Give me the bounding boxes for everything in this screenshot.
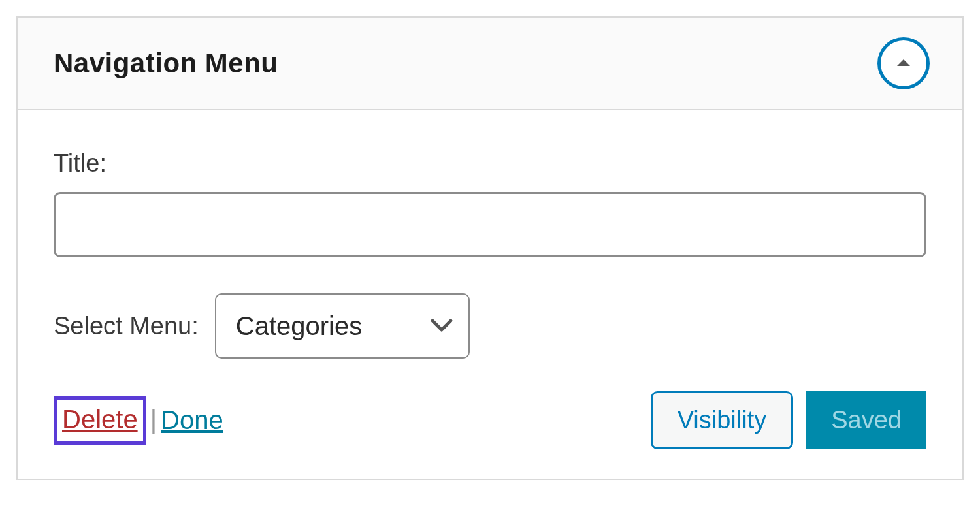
widget-footer: Delete | Done Visibility Saved: [54, 391, 926, 449]
title-input[interactable]: [54, 192, 926, 257]
navigation-menu-widget: Navigation Menu Title: Select Menu: Cate…: [16, 16, 964, 480]
footer-right-actions: Visibility Saved: [651, 391, 926, 449]
done-link[interactable]: Done: [161, 406, 223, 435]
widget-title: Navigation Menu: [54, 48, 278, 79]
select-menu-label: Select Menu:: [54, 312, 199, 340]
saved-button[interactable]: Saved: [806, 391, 926, 449]
title-label: Title:: [54, 150, 926, 178]
chevron-up-icon: [896, 57, 911, 71]
select-menu-dropdown[interactable]: Categories: [215, 293, 470, 359]
select-menu-value: Categories: [236, 312, 362, 341]
separator: |: [150, 406, 157, 435]
delete-link[interactable]: Delete: [54, 396, 146, 445]
collapse-button[interactable]: [877, 37, 930, 89]
widget-body: Title: Select Menu: Categories Delete | …: [18, 110, 962, 479]
select-menu-row: Select Menu: Categories: [54, 293, 926, 359]
select-menu-wrapper: Categories: [215, 293, 470, 359]
visibility-button[interactable]: Visibility: [651, 391, 794, 449]
widget-header: Navigation Menu: [18, 18, 962, 110]
footer-left-actions: Delete | Done: [54, 396, 223, 445]
